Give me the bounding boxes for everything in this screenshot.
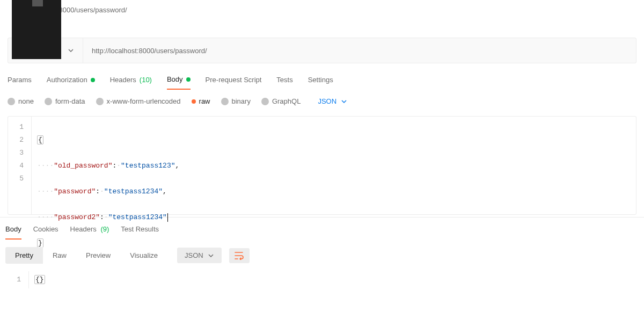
url-value: http://localhost:8000/users/password/ — [92, 47, 207, 55]
body-status-dot — [186, 77, 191, 82]
tab-body[interactable]: Body — [167, 75, 191, 90]
dark-overlay — [12, 0, 61, 59]
body-type-binary[interactable]: binary — [221, 97, 251, 105]
code-line: {} — [34, 273, 45, 286]
dark-overlay-notch — [32, 0, 43, 6]
editor-code[interactable]: { ····"old_password":·"testpass123", ···… — [32, 117, 185, 214]
body-type-formdata[interactable]: form-data — [45, 97, 85, 105]
seg-pretty[interactable]: Pretty — [5, 247, 43, 264]
body-format-dropdown[interactable]: JSON — [318, 97, 347, 105]
radio-icon — [96, 98, 104, 105]
chevron-down-icon — [208, 252, 214, 259]
wrap-lines-button[interactable] — [229, 248, 250, 263]
editor-gutter: 1 2 3 4 5 — [8, 117, 32, 214]
tab-headers[interactable]: Headers (10) — [110, 76, 152, 89]
code-line: ····"password2":·"testpass1234" — [37, 211, 179, 224]
line-number: 4 — [16, 160, 24, 172]
resp-tab-tests[interactable]: Test Results — [121, 225, 159, 240]
auth-status-dot — [91, 78, 95, 82]
tab-tests[interactable]: Tests — [276, 76, 292, 89]
body-type-raw[interactable]: raw — [192, 97, 210, 105]
code-line: { — [37, 134, 179, 147]
seg-raw[interactable]: Raw — [43, 247, 76, 264]
radio-icon — [8, 98, 15, 105]
tab-settings[interactable]: Settings — [308, 76, 333, 89]
request-tabs: Params Authorization Headers (10) Body P… — [0, 75, 644, 90]
headers-count: (10) — [140, 76, 152, 84]
resp-tab-headers[interactable]: Headers (9) — [70, 225, 109, 240]
request-bar: PUT http://localhost:8000/users/password… — [8, 38, 636, 63]
line-number: 1 — [13, 273, 21, 286]
line-number: 2 — [16, 134, 24, 147]
chevron-down-icon — [68, 47, 74, 54]
body-type-xform[interactable]: x-www-form-urlencoded — [96, 97, 181, 105]
response-format-dropdown[interactable]: JSON — [177, 248, 222, 263]
resp-tab-body[interactable]: Body — [5, 225, 21, 240]
line-number: 3 — [16, 147, 24, 160]
resp-headers-count: (9) — [100, 225, 109, 233]
line-number: 5 — [16, 172, 24, 185]
seg-visualize[interactable]: Visualize — [120, 247, 167, 264]
radio-icon — [261, 98, 269, 105]
code-line: ····"old_password":·"testpass123", — [37, 160, 179, 172]
line-number: 1 — [16, 121, 24, 134]
resp-tab-cookies[interactable]: Cookies — [33, 225, 58, 240]
seg-preview[interactable]: Preview — [76, 247, 120, 264]
request-tab-label[interactable]: http://localhost:8000/users/password/ — [0, 0, 644, 19]
request-body-editor[interactable]: 1 2 3 4 5 { ····"old_password":·"testpas… — [8, 116, 636, 215]
chevron-down-icon — [341, 98, 347, 105]
tab-authorization[interactable]: Authorization — [47, 76, 95, 89]
radio-icon — [45, 98, 52, 105]
response-view-segments: Pretty Raw Preview Visualize — [5, 247, 167, 264]
radio-icon — [192, 99, 196, 104]
radio-icon — [221, 98, 229, 105]
url-input[interactable]: http://localhost:8000/users/password/ — [83, 47, 207, 55]
code-line: ····"password":·"testpass1234", — [37, 185, 179, 198]
body-type-graphql[interactable]: GraphQL — [261, 97, 301, 105]
wrap-icon — [235, 251, 244, 260]
body-type-row: none form-data x-www-form-urlencoded raw… — [0, 90, 644, 107]
body-type-none[interactable]: none — [8, 97, 34, 105]
tab-prerequest[interactable]: Pre-request Script — [206, 76, 262, 89]
tab-params[interactable]: Params — [8, 76, 32, 89]
resp-code[interactable]: {} — [29, 271, 50, 288]
resp-gutter: 1 — [5, 271, 29, 288]
text-cursor — [167, 213, 168, 222]
